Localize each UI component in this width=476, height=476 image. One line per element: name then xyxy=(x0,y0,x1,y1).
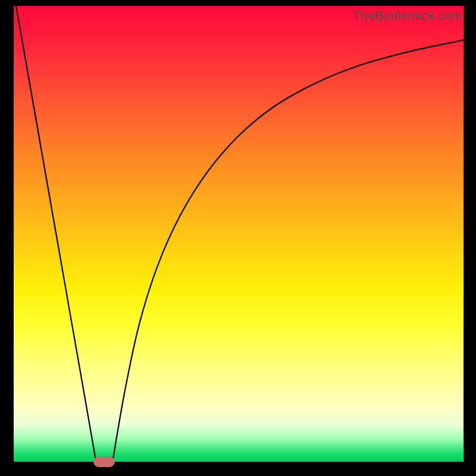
plot-area xyxy=(14,6,464,462)
optimum-marker xyxy=(93,456,115,467)
left-curve xyxy=(14,6,96,462)
chart-frame: TheBottleneck.com xyxy=(0,0,476,476)
right-curve xyxy=(112,40,464,462)
attribution-text: TheBottleneck.com xyxy=(353,8,462,23)
curve-layer xyxy=(14,6,464,462)
